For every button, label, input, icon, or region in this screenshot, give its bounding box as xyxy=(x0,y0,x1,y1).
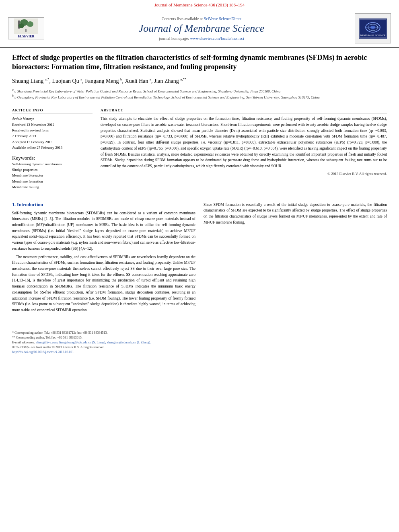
received-revised: Received in revised form7 February 2013 xyxy=(12,127,93,139)
footer-emails: E-mail addresses: sliang@live.com, liang… xyxy=(12,340,387,345)
section-1-right-text: Since SFDM formation is essentially a re… xyxy=(204,202,387,226)
footer-corresponding-1: * Corresponding author. Tel.: +86 531 88… xyxy=(12,331,387,335)
keyword-2: Sludge properties xyxy=(12,167,93,173)
author-jian: Jian Zhang xyxy=(154,78,179,84)
journal-bar: Journal of Membrane Science 436 (2013) 1… xyxy=(0,0,399,9)
svg-rect-5 xyxy=(25,29,27,32)
footer-corresponding-2: ** Corresponding author. Tel./fax: +86 5… xyxy=(12,335,387,340)
author-fangang: Fangang Meng xyxy=(85,78,119,84)
section-1-left-text: Self-forming dynamic membrane bioreactor… xyxy=(12,210,195,313)
elsevier-logo-area: ELSEVIER xyxy=(8,17,52,39)
article-info-column: ARTICLE INFO Article history: Received 1… xyxy=(12,108,93,190)
body-col-right: Since SFDM formation is essentially a re… xyxy=(204,202,387,316)
abstract-text: This study attempts to elucidate the eff… xyxy=(101,116,387,169)
elsevier-logo: ELSEVIER xyxy=(8,17,44,39)
author-shuang: Shuang Liang xyxy=(12,78,43,84)
accepted-date: Accepted 13 February 2013 xyxy=(12,139,93,145)
svg-text:MEMBRANE SCIENCE: MEMBRANE SCIENCE xyxy=(360,34,385,37)
available-date: Available online 27 February 2013 xyxy=(12,145,93,150)
footer-notes: * Corresponding author. Tel.: +86 531 88… xyxy=(12,331,387,355)
section-1-para-1: Self-forming dynamic membrane bioreactor… xyxy=(12,210,195,252)
article-history: Article history: Received 13 November 20… xyxy=(12,116,93,150)
authors-line: Shuang Liang a,*, Luojuan Qu a, Fangang … xyxy=(12,77,387,85)
jms-logo-area: MEMBRANE SCIENCE xyxy=(351,13,391,43)
article-info-abstract: ARTICLE INFO Article history: Received 1… xyxy=(12,108,387,190)
journal-title: Journal of Membrane Science xyxy=(52,23,351,35)
keyword-1: Self-forming dynamic membranes xyxy=(12,161,93,167)
section-1-right-para-1: Since SFDM formation is essentially a re… xyxy=(204,202,387,226)
keywords-block: Keywords: Self-forming dynamic membranes… xyxy=(12,155,93,190)
divider-top xyxy=(12,104,387,104)
footer-email-label: E-mail addresses: xyxy=(12,341,35,344)
section-1-columns: 1. Introduction Self-forming dynamic mem… xyxy=(12,202,387,316)
contents-line: Contents lists available at SciVerse Sci… xyxy=(52,16,351,21)
author-luojuan: Luojuan Qu xyxy=(52,78,79,84)
abstract-heading: ABSTRACT xyxy=(101,108,387,113)
history-label: Article history: xyxy=(12,116,93,121)
keyword-3: Membrane bioreactor xyxy=(12,173,93,178)
affiliations: a a Shandong Provincial Key Laboratory o… xyxy=(12,88,387,100)
elsevier-tree-icon xyxy=(14,18,38,34)
jms-logo: MEMBRANE SCIENCE xyxy=(355,13,391,43)
section-1-para-2: The treatment performance, stability, an… xyxy=(12,254,195,313)
affiliation-a: a a Shandong Provincial Key Laboratory o… xyxy=(12,88,387,94)
article-info-heading: ARTICLE INFO xyxy=(12,108,93,113)
elsevier-wordmark: ELSEVIER xyxy=(18,35,34,38)
main-content: Effect of sludge properties on the filtr… xyxy=(0,48,399,324)
page-footer: * Corresponding author. Tel.: +86 531 88… xyxy=(0,328,399,357)
footer-issn: 0376-7388/$ - see front matter © 2013 El… xyxy=(12,345,387,350)
abstract-column: ABSTRACT This study attempts to elucidat… xyxy=(101,108,387,190)
homepage-line: journal homepage: www.elsevier.com/locat… xyxy=(52,36,351,41)
keywords-list: Self-forming dynamic membranes Sludge pr… xyxy=(12,161,93,190)
homepage-link[interactable]: www.elsevier.com/locate/memsci xyxy=(190,36,244,41)
footer-email-addresses: sliang@live.com, liangshuang@sdu.edu.cn … xyxy=(36,341,151,344)
svg-point-4 xyxy=(19,23,24,28)
sciverse-link[interactable]: SciVerse ScienceDirect xyxy=(204,16,242,21)
footer-doi: http://dx.doi.org/10.1016/j.memsci.2013.… xyxy=(12,350,387,355)
keyword-4: Membrane formation xyxy=(12,179,93,184)
journal-citation: Journal of Membrane Science 436 (2013) 1… xyxy=(154,2,245,7)
keywords-label: Keywords: xyxy=(12,155,93,161)
affiliation-b: b b Guangdong Provincial Key Laboratory … xyxy=(12,94,387,100)
keyword-5: Membrane fouling xyxy=(12,184,93,190)
section-1: 1. Introduction Self-forming dynamic mem… xyxy=(12,202,387,316)
divider-middle xyxy=(12,196,387,196)
header: ELSEVIER Contents lists available at Sci… xyxy=(0,9,399,48)
section-1-title: 1. Introduction xyxy=(12,202,195,208)
author-xueli: Xueli Han xyxy=(125,78,148,84)
paper-title: Effect of sludge properties on the filtr… xyxy=(12,53,387,72)
received-date: Received 13 November 2012 xyxy=(12,122,93,127)
svg-point-3 xyxy=(27,21,33,27)
jms-logo-image: MEMBRANE SCIENCE xyxy=(359,18,387,39)
copyright-line: © 2013 Elsevier B.V. All rights reserved… xyxy=(101,172,387,176)
body-col-left: 1. Introduction Self-forming dynamic mem… xyxy=(12,202,195,316)
header-center: Contents lists available at SciVerse Sci… xyxy=(52,16,351,41)
